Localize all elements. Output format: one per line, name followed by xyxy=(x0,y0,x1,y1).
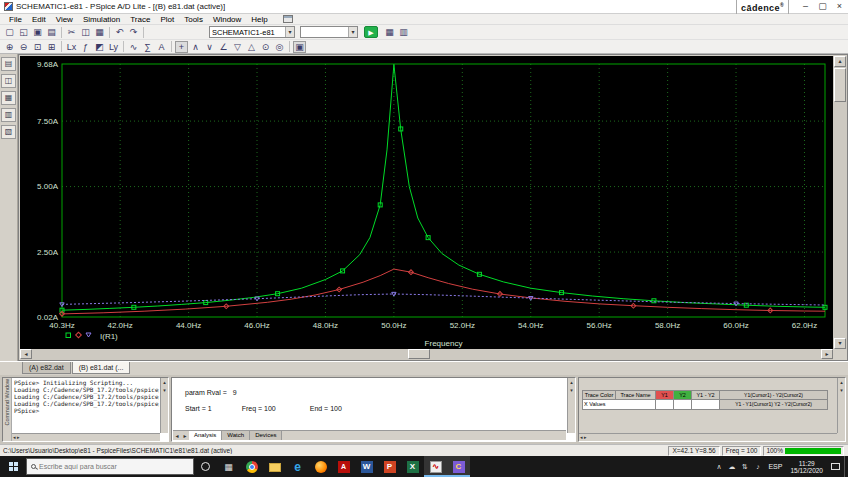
window-cascade-icon[interactable]: ◫ xyxy=(1,74,16,88)
volume-icon[interactable]: ♪ xyxy=(751,463,764,471)
scroll-down-icon[interactable]: ▾ xyxy=(834,338,846,349)
menu-plot[interactable]: Plot xyxy=(155,15,179,24)
powerpoint-button[interactable]: P xyxy=(378,456,401,477)
acrobat-button[interactable]: A xyxy=(332,456,355,477)
performance-analysis-icon[interactable]: ◩ xyxy=(93,41,106,53)
cursor-search-icon[interactable]: ◎ xyxy=(273,41,286,53)
restore-child-window-icon[interactable] xyxy=(283,15,293,23)
language-indicator[interactable]: ESP xyxy=(764,463,786,470)
show-desktop-button[interactable] xyxy=(844,456,848,477)
status-vertical-scrollbar[interactable]: ▴▾ xyxy=(567,378,575,433)
chevron-down-icon[interactable]: ▾ xyxy=(348,27,357,37)
copy-icon[interactable]: ◫ xyxy=(79,26,92,38)
tab-scroll-right-icon[interactable]: ▸ xyxy=(181,432,189,439)
log-y-axis-icon[interactable]: Ly xyxy=(107,41,120,53)
cursor-max-icon[interactable]: △ xyxy=(245,41,258,53)
new-file-icon[interactable]: ▢ xyxy=(3,26,16,38)
run-simulation-button[interactable]: ▶ xyxy=(364,26,378,38)
eval-goal-function-icon[interactable]: ∑ xyxy=(141,41,154,53)
network-icon[interactable]: ⇅ xyxy=(738,463,751,471)
log-vertical-scrollbar[interactable]: ▴▾ xyxy=(160,378,168,433)
log-horizontal-scrollbar[interactable]: ◂ ▸ xyxy=(12,433,160,441)
log-x-axis-icon[interactable]: Lx xyxy=(65,41,78,53)
pspice-button[interactable]: ∿ xyxy=(424,456,447,477)
window-text-icon[interactable]: ▥ xyxy=(1,108,16,122)
paste-icon[interactable]: ▦ xyxy=(93,26,106,38)
scrollbar-thumb[interactable] xyxy=(834,68,846,102)
command-window-titlebar[interactable]: Command Window xyxy=(3,378,12,441)
taskbar-search[interactable] xyxy=(26,458,194,475)
cursor-slope-icon[interactable]: ∠ xyxy=(217,41,230,53)
edge-button[interactable]: e xyxy=(286,456,309,477)
open-file-icon[interactable]: ◱ xyxy=(17,26,30,38)
window-grid-icon[interactable]: ▧ xyxy=(1,125,16,139)
mark-data-points-icon[interactable]: ▣ xyxy=(293,41,306,53)
cortana-button[interactable] xyxy=(194,456,217,477)
text-label-icon[interactable]: A xyxy=(155,41,168,53)
start-button[interactable] xyxy=(0,456,26,477)
plot-tab-0[interactable]: (A) e82.dat xyxy=(22,362,71,374)
cut-icon[interactable]: ✂ xyxy=(65,26,78,38)
minimize-button[interactable]: – xyxy=(797,0,814,13)
plot-vertical-scrollbar[interactable]: ▴ ▾ xyxy=(833,56,847,349)
print-icon[interactable]: ▤ xyxy=(45,26,58,38)
scroll-left-icon[interactable]: ◂ xyxy=(20,349,32,359)
undo-icon[interactable]: ↶ xyxy=(113,26,126,38)
secondary-combo[interactable]: ▾ xyxy=(300,26,358,38)
tray-expand-icon[interactable]: ∧ xyxy=(712,463,725,471)
window-new-icon[interactable]: ▤ xyxy=(1,57,16,71)
simulation-profile-combo[interactable]: SCHEMATIC1-e81 ▾ xyxy=(209,26,295,38)
plot-horizontal-scrollbar[interactable]: ◂ ▸ xyxy=(20,349,833,360)
cursor-min-icon[interactable]: ▽ xyxy=(231,41,244,53)
menu-tools[interactable]: Tools xyxy=(179,15,208,24)
plot-tab-1[interactable]: (B) e81.dat (... xyxy=(72,362,131,374)
zoom-out-icon[interactable]: ⊖ xyxy=(17,41,30,53)
chevron-down-icon[interactable]: ▾ xyxy=(285,27,294,37)
tab-devices[interactable]: Devices xyxy=(250,431,282,440)
menu-help[interactable]: Help xyxy=(246,15,272,24)
cursor-horizontal-scrollbar[interactable]: ◂ ▸ xyxy=(579,433,837,441)
menu-trace[interactable]: Trace xyxy=(125,15,155,24)
menu-window[interactable]: Window xyxy=(208,15,246,24)
menu-edit[interactable]: Edit xyxy=(27,15,51,24)
action-center-icon[interactable] xyxy=(831,463,840,470)
menu-simulation[interactable]: Simulation xyxy=(78,15,125,24)
tab-scroll-left-icon[interactable]: ◂ xyxy=(173,432,181,439)
search-input[interactable] xyxy=(39,463,179,470)
cursor-point-icon[interactable]: ⊙ xyxy=(259,41,272,53)
fourier-icon[interactable]: ƒ xyxy=(79,41,92,53)
window-tile-icon[interactable]: ▦ xyxy=(1,91,16,105)
maximize-button[interactable]: ▢ xyxy=(814,0,831,13)
view-simulation-results-icon[interactable]: ▦ xyxy=(383,26,396,38)
cursor-peak-icon[interactable]: ∧ xyxy=(189,41,202,53)
scroll-right-icon[interactable]: ▸ xyxy=(821,349,833,359)
scrollbar-thumb[interactable] xyxy=(408,349,430,359)
add-trace-icon[interactable]: ∿ xyxy=(127,41,140,53)
word-button[interactable]: W xyxy=(355,456,378,477)
menu-view[interactable]: View xyxy=(51,15,78,24)
view-output-file-icon[interactable]: ▥ xyxy=(397,26,410,38)
save-icon[interactable]: ▣ xyxy=(31,26,44,38)
file-explorer-button[interactable] xyxy=(263,456,286,477)
scroll-up-icon[interactable]: ▴ xyxy=(834,56,846,67)
zoom-area-icon[interactable]: ⊡ xyxy=(31,41,44,53)
chrome-button[interactable] xyxy=(240,456,263,477)
firefox-button[interactable] xyxy=(309,456,332,477)
close-button[interactable]: × xyxy=(831,0,848,13)
plot-area[interactable]: 9.68A7.50A5.00A2.50A0.02A40.3Hz42.0Hz44.… xyxy=(20,56,833,349)
output-log-lines[interactable]: PSpice> Initializing Scripting...Loading… xyxy=(14,379,159,432)
tab-watch[interactable]: Watch xyxy=(222,431,250,440)
capture-button[interactable]: C xyxy=(447,456,470,477)
cursor-trough-icon[interactable]: ∨ xyxy=(203,41,216,53)
zoom-fit-icon[interactable]: ⊞ xyxy=(45,41,58,53)
onedrive-icon[interactable]: ☁ xyxy=(725,463,738,471)
taskbar-clock[interactable]: 11:29 15/12/2020 xyxy=(786,460,827,474)
task-view-button[interactable]: ▦ xyxy=(217,456,240,477)
excel-button[interactable]: X xyxy=(401,456,424,477)
toggle-cursor-icon[interactable]: + xyxy=(175,41,188,53)
cursor-vertical-scrollbar[interactable]: ▴▾ xyxy=(837,378,845,433)
zoom-in-icon[interactable]: ⊕ xyxy=(3,41,16,53)
tab-analysis[interactable]: Analysis xyxy=(189,431,222,440)
menu-file[interactable]: File xyxy=(4,15,27,24)
redo-icon[interactable]: ↷ xyxy=(127,26,140,38)
